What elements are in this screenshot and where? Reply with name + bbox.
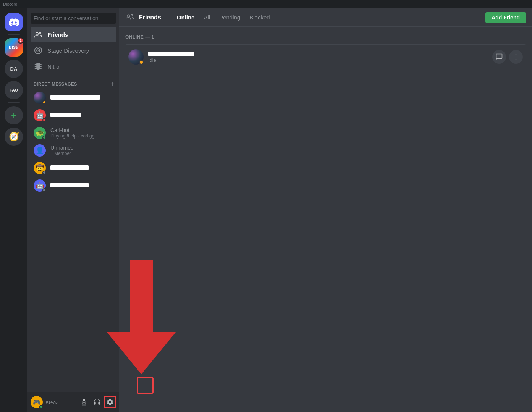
user-tag: #1473 xyxy=(46,400,75,404)
add-friend-button[interactable]: Add Friend xyxy=(485,12,526,23)
friends-header-icon xyxy=(125,13,134,22)
redacted-name xyxy=(50,165,89,170)
friends-nav-icon xyxy=(34,30,43,39)
explore-public-servers-button[interactable]: 🧭 xyxy=(5,128,23,146)
app-title: Discord xyxy=(3,2,17,6)
dm-avatar: 🤠 xyxy=(34,162,46,174)
dm-item[interactable]: 🤖 xyxy=(31,107,116,124)
user-info: #1473 xyxy=(46,400,75,404)
server-icon-bluestack[interactable]: BlStr 1 xyxy=(5,38,23,57)
tab-divider xyxy=(169,14,169,21)
status-dot-offline xyxy=(42,188,46,192)
deafen-headphone-button[interactable] xyxy=(91,396,103,408)
dm-avatar xyxy=(34,92,46,104)
main-content: Friends Online All Pending Blocked Add F… xyxy=(119,8,532,412)
server-divider-2 xyxy=(8,102,20,103)
svg-point-2 xyxy=(516,59,517,60)
dm-item-carlbot[interactable]: 🐢 Carl-bot Playing !help - carl.gg xyxy=(31,124,116,141)
friend-actions xyxy=(492,50,523,64)
dm-item[interactable]: 🤖 xyxy=(31,177,116,194)
nitro-label: Nitro xyxy=(47,63,60,70)
current-user-avatar: 🎮 xyxy=(31,396,43,408)
dm-info: Unnamed 1 Member xyxy=(50,145,113,156)
friends-list: ONLINE — 1 Idle xyxy=(119,27,532,412)
friends-header-title: Friends xyxy=(139,14,161,21)
dm-item[interactable] xyxy=(31,89,116,106)
new-dm-button[interactable]: + xyxy=(108,80,116,88)
redacted-name xyxy=(50,95,100,100)
nav-items: Friends Stage Discovery Nitro xyxy=(27,27,119,74)
dm-avatar-group: 👤 xyxy=(34,144,46,157)
search-bar[interactable]: Find or start a conversation xyxy=(31,13,116,24)
stage-discovery-icon xyxy=(34,46,43,55)
friend-avatar xyxy=(128,49,144,65)
status-dot-online xyxy=(42,136,46,139)
dm-item-unnamed[interactable]: 👤 Unnamed 1 Member xyxy=(31,142,116,159)
dm-sub-unnamed: 1 Member xyxy=(50,151,113,156)
server-icon-fau[interactable]: FAU xyxy=(5,81,23,99)
dm-info: Carl-bot Playing !help - carl.gg xyxy=(50,127,113,139)
channel-list-panel: Find or start a conversation Friends Sta xyxy=(27,8,119,412)
dm-name xyxy=(50,112,113,118)
main-header: Friends Online All Pending Blocked Add F… xyxy=(119,8,532,27)
dm-item[interactable]: 🤠 xyxy=(31,160,116,176)
nav-item-friends[interactable]: Friends xyxy=(31,27,116,42)
redacted-name xyxy=(50,113,81,117)
redacted-name xyxy=(50,183,89,187)
message-friend-button[interactable] xyxy=(492,50,506,64)
tab-all[interactable]: All xyxy=(201,13,213,22)
user-area: 🎮 #1473 xyxy=(27,392,119,412)
friend-row[interactable]: Idle xyxy=(125,44,526,69)
dm-name xyxy=(50,183,113,189)
search-placeholder: Find or start a conversation xyxy=(34,15,113,21)
friend-name xyxy=(148,51,492,57)
redacted-friend-name xyxy=(148,52,194,56)
friends-nav-label: Friends xyxy=(47,31,68,38)
status-dot-dnd xyxy=(42,118,46,122)
dm-avatar: 🤖 xyxy=(34,109,46,121)
tab-online[interactable]: Online xyxy=(174,13,198,22)
nav-item-stage-discovery[interactable]: Stage Discovery xyxy=(31,43,116,58)
dm-section-label: DIRECT MESSAGES xyxy=(34,82,77,86)
server-icon-da[interactable]: DA xyxy=(5,60,23,78)
tab-pending[interactable]: Pending xyxy=(216,13,243,22)
nitro-icon xyxy=(34,62,43,71)
more-options-button[interactable] xyxy=(509,50,523,64)
user-status-dot xyxy=(39,405,43,409)
dm-avatar-carlbot: 🐢 xyxy=(34,127,46,139)
server-icon-home[interactable] xyxy=(5,13,23,31)
dm-sub-carlbot: Playing !help - carl.gg xyxy=(50,133,113,139)
dm-avatar: 🤖 xyxy=(34,179,46,192)
friend-status-text: Idle xyxy=(148,57,492,63)
dm-info xyxy=(50,112,113,118)
add-server-button[interactable]: + xyxy=(5,106,23,124)
notification-badge: 1 xyxy=(18,37,24,44)
mute-microphone-button[interactable] xyxy=(78,396,90,408)
status-dot-offline xyxy=(42,171,46,174)
friend-info: Idle xyxy=(148,51,492,63)
stage-discovery-label: Stage Discovery xyxy=(47,47,89,54)
friend-status-idle xyxy=(139,60,144,65)
dm-name xyxy=(50,95,113,101)
online-section-header: ONLINE — 1 xyxy=(125,34,526,40)
tab-blocked[interactable]: Blocked xyxy=(246,13,273,22)
dm-list: 🤖 🐢 Carl-bot Playing !help - carl.g xyxy=(27,89,119,392)
status-dot-idle xyxy=(42,100,46,104)
dm-name-carlbot: Carl-bot xyxy=(50,127,113,133)
nav-item-nitro[interactable]: Nitro xyxy=(31,59,116,74)
dm-info xyxy=(50,183,113,189)
dm-info xyxy=(50,165,113,171)
svg-point-1 xyxy=(516,57,517,58)
svg-point-0 xyxy=(516,54,517,55)
dm-name-unnamed: Unnamed xyxy=(50,145,113,151)
user-controls xyxy=(78,396,116,408)
dm-info xyxy=(50,95,113,101)
server-list: BlStr 1 DA FAU + 🧭 xyxy=(0,8,27,412)
dm-name xyxy=(50,165,113,171)
user-settings-button[interactable] xyxy=(104,396,116,408)
server-divider xyxy=(8,34,20,35)
dm-section-header: DIRECT MESSAGES + xyxy=(27,74,119,89)
